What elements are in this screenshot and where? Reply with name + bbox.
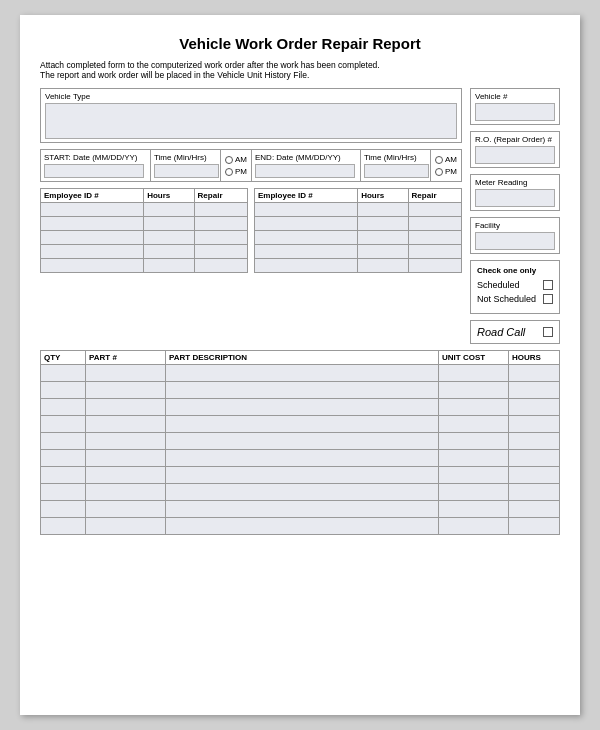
parts-row [40,365,560,382]
parts-row [40,416,560,433]
end-ampm: AM PM [431,150,461,181]
parts-row [40,450,560,467]
end-pm-radio[interactable] [435,168,443,176]
vehicle-type-label: Vehicle Type [45,92,457,101]
table-row [41,259,248,273]
not-scheduled-checkbox[interactable] [543,294,553,304]
scheduled-checkbox[interactable] [543,280,553,290]
parts-part-header: PART # [86,351,166,364]
end-time-cell: Time (Min/Hrs) [361,150,431,181]
ro-number-field[interactable] [475,146,555,164]
start-am-row: AM [225,155,247,164]
meter-reading-label: Meter Reading [475,178,555,187]
table-row [255,245,462,259]
start-pm-radio[interactable] [225,168,233,176]
scheduled-label: Scheduled [477,280,520,290]
right-column: Vehicle # R.O. (Repair Order) # Meter Re… [470,88,560,344]
vehicle-number-label: Vehicle # [475,92,555,101]
parts-hours-header: HOURS [509,351,559,364]
table-row [41,203,248,217]
parts-row [40,467,560,484]
start-time-cell: Time (Min/Hrs) [151,150,221,181]
instructions: Attach completed form to the computerize… [40,60,560,80]
not-scheduled-row: Not Scheduled [477,294,553,304]
meter-reading-field[interactable] [475,189,555,207]
parts-section: QTY PART # PART DESCRIPTION UNIT COST HO… [40,350,560,535]
parts-row [40,518,560,535]
start-time-field[interactable] [154,164,219,178]
end-pm-row: PM [435,167,457,176]
end-date-cell: END: Date (MM/DD/YY) [251,150,361,181]
road-call-checkbox[interactable] [543,327,553,337]
road-call-box: Road Call [470,320,560,344]
scheduled-row: Scheduled [477,280,553,290]
parts-header: QTY PART # PART DESCRIPTION UNIT COST HO… [40,350,560,365]
datetime-row: START: Date (MM/DD/YY) Time (Min/Hrs) AM… [40,149,462,182]
parts-desc-header: PART DESCRIPTION [166,351,439,364]
parts-row [40,501,560,518]
parts-row [40,399,560,416]
employee-table-left: Employee ID # Hours Repair [40,188,248,273]
emp-repair-header-right: Repair [408,189,461,203]
table-row [255,217,462,231]
end-am-radio[interactable] [435,156,443,164]
check-title: Check one only [477,266,553,275]
meter-reading-box: Meter Reading [470,174,560,211]
parts-row [40,382,560,399]
table-row [41,245,248,259]
employee-table-right: Employee ID # Hours Repair [254,188,462,273]
start-ampm: AM PM [221,150,251,181]
facility-box: Facility [470,217,560,254]
emp-repair-header-left: Repair [194,189,247,203]
table-row [255,203,462,217]
vehicle-number-box: Vehicle # [470,88,560,125]
check-one-only-box: Check one only Scheduled Not Scheduled [470,260,560,314]
start-date-cell: START: Date (MM/DD/YY) [41,150,151,181]
end-time-field[interactable] [364,164,429,178]
vehicle-type-box: Vehicle Type [40,88,462,143]
emp-hours-header-left: Hours [144,189,194,203]
employee-section: Employee ID # Hours Repair [40,188,462,273]
table-row [41,231,248,245]
start-pm-row: PM [225,167,247,176]
form-page: Vehicle Work Order Repair Report Attach … [20,15,580,715]
table-row [41,217,248,231]
road-call-label: Road Call [477,326,525,338]
vehicle-number-field[interactable] [475,103,555,121]
not-scheduled-label: Not Scheduled [477,294,536,304]
ro-number-label: R.O. (Repair Order) # [475,135,555,144]
emp-id-header-right: Employee ID # [255,189,358,203]
table-row [255,259,462,273]
parts-row [40,433,560,450]
facility-field[interactable] [475,232,555,250]
parts-qty-header: QTY [41,351,86,364]
start-am-radio[interactable] [225,156,233,164]
page-title: Vehicle Work Order Repair Report [40,35,560,52]
end-date-field[interactable] [255,164,355,178]
left-column: Vehicle Type START: Date (MM/DD/YY) Time… [40,88,462,344]
facility-label: Facility [475,221,555,230]
parts-unit-header: UNIT COST [439,351,509,364]
end-am-row: AM [435,155,457,164]
emp-hours-header-right: Hours [358,189,408,203]
ro-number-box: R.O. (Repair Order) # [470,131,560,168]
parts-row [40,484,560,501]
emp-id-header-left: Employee ID # [41,189,144,203]
table-row [255,231,462,245]
vehicle-type-field[interactable] [45,103,457,139]
start-date-field[interactable] [44,164,144,178]
main-layout: Vehicle Type START: Date (MM/DD/YY) Time… [40,88,560,344]
